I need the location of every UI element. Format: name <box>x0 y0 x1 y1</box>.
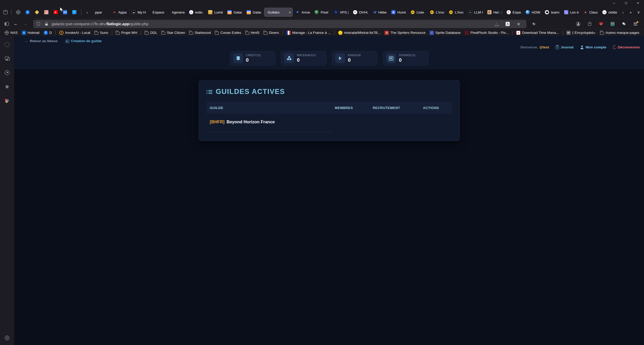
browser-tab[interactable]: Les ét <box>562 8 581 17</box>
new-tab-button[interactable]: + <box>627 8 635 16</box>
url-text[interactable]: galactic-pve-conquest-c7fe.dev.flatlogic… <box>52 22 494 26</box>
minimize-button[interactable]: – <box>608 0 620 6</box>
browser-tab[interactable]: Appar <box>110 8 129 17</box>
bookmark-item[interactable]: The Spriters Resource <box>382 31 428 35</box>
account-icon[interactable] <box>574 20 582 28</box>
gold-diamond-icon[interactable] <box>34 9 40 16</box>
url-bar[interactable]: galactic-pve-conquest-c7fe.dev.flatlogic… <box>33 20 526 28</box>
bookmark-item[interactable]: mistralai/Mixtral-8x7B... <box>336 31 382 35</box>
page-header-band: ← Retour au Nexus Création de guilde Bie… <box>14 36 644 69</box>
browser-tab[interactable]: #general | <box>168 8 187 17</box>
back-to-nexus-link[interactable]: ← Retour au Nexus <box>25 39 58 43</box>
bookmark-item[interactable]: Divers <box>262 31 281 35</box>
bookmarks-overflow-chevron-icon[interactable]: » <box>593 30 595 35</box>
tampermonkey-icon[interactable] <box>609 20 616 28</box>
browser-tab[interactable]: Pixel P <box>313 8 331 17</box>
browser-tab[interactable]: Guildes × <box>264 8 293 17</box>
other-bookmarks-folder[interactable]: Autres marque-pages <box>598 31 641 35</box>
logout-link[interactable]: Déconnexion <box>613 45 640 49</box>
bookmark-item[interactable]: Hotmail <box>20 31 42 35</box>
scroll-tabs-left-button[interactable]: ‹ <box>83 8 91 16</box>
page-area: ← Retour au Nexus Création de guilde Bie… <box>0 36 644 345</box>
browser-tab[interactable]: HOW <box>524 8 542 17</box>
forward-icon[interactable] <box>21 20 29 28</box>
chatgpt-icon[interactable] <box>3 41 11 48</box>
settings-gear-icon[interactable] <box>3 334 11 342</box>
pixel-sprite-icon[interactable] <box>43 9 50 16</box>
bookmark-item[interactable]: PixelPlush Studio - Pix... <box>463 31 511 35</box>
relay-circles-icon[interactable] <box>3 97 11 105</box>
browser-tab[interactable]: exile.f <box>187 8 206 17</box>
sidebar-toggle-icon[interactable] <box>3 20 10 28</box>
downloads-tray-icon <box>495 22 499 26</box>
browser-tab[interactable]: My Ha <box>129 8 148 17</box>
scroll-tabs-right-button[interactable]: › <box>619 8 627 16</box>
browser-tab[interactable]: Espace clie <box>149 8 167 17</box>
bookmark-item[interactable]: Projet WH <box>114 31 139 35</box>
bookmark-item[interactable]: Download Time Mana... <box>514 31 561 35</box>
browser-tab[interactable]: teams <box>543 8 562 17</box>
humble-icon <box>391 10 396 14</box>
bookmark-item[interactable]: Suno <box>92 31 110 35</box>
history-clock-icon[interactable] <box>3 69 11 76</box>
bookmark-item[interactable]: Conan Exiles <box>213 31 243 35</box>
synced-tabs-icon[interactable] <box>3 55 11 62</box>
journal-link[interactable]: Journal <box>556 45 573 49</box>
create-guild-link[interactable]: Création de guilde <box>66 39 102 43</box>
back-icon[interactable] <box>12 20 20 28</box>
browser-tab[interactable]: Espace <box>505 8 523 17</box>
resource-box: CRÉDIT(S) 0 <box>230 51 276 66</box>
browser-tab[interactable]: Galact <box>225 8 244 17</box>
bookmark-item[interactable]: Starbound <box>187 31 213 35</box>
browser-tab[interactable]: Arrow <box>294 8 312 17</box>
browser-tab[interactable]: ppar <box>91 8 110 17</box>
browser-tab[interactable]: Hel : D <box>485 8 504 17</box>
bookmark-item[interactable]: InvokeAI - Local <box>57 31 92 35</box>
reload-icon[interactable] <box>530 20 538 28</box>
browser-tab[interactable]: L'Invas <box>447 8 466 17</box>
close-tab-icon[interactable]: × <box>289 10 291 14</box>
bookmarks-star-icon[interactable] <box>3 83 11 91</box>
facebook-icon[interactable] <box>24 9 31 16</box>
bookmark-item[interactable]: D <box>42 31 54 35</box>
browser-tab[interactable]: VPS | S <box>332 8 350 17</box>
my-account-link[interactable]: Mon compte <box>580 45 607 49</box>
globe-icon[interactable] <box>15 9 22 16</box>
browser-tab[interactable]: Humili <box>389 8 408 17</box>
downloads-tray-icon[interactable] <box>494 20 502 28</box>
browser-tab[interactable]: Héber <box>370 8 389 17</box>
bookmark-item[interactable]: Star Citizen <box>159 31 187 35</box>
browser-tab[interactable]: OVHcl <box>351 8 370 17</box>
bookmark-item[interactable]: html5 <box>243 31 262 35</box>
bookmark-star-icon[interactable] <box>516 20 524 28</box>
column-header-guilde: GUILDE <box>207 102 331 114</box>
nav-buttons <box>3 20 29 28</box>
synology-dsm-icon[interactable] <box>62 9 68 16</box>
bookmark-item[interactable]: Sprite Database <box>428 31 463 35</box>
bookmark-item[interactable]: NAS <box>3 31 20 35</box>
bookmark-item[interactable]: DDL <box>143 31 159 35</box>
lock-icon[interactable] <box>44 20 52 28</box>
browser-tab[interactable]: Galact <box>245 8 263 17</box>
browser-tab[interactable]: Lumièr <box>206 8 225 17</box>
maximize-button[interactable]: □ <box>620 0 632 6</box>
browser-tab[interactable]: L'invas <box>428 8 447 17</box>
list-all-tabs-button[interactable]: ∨ <box>635 8 642 16</box>
app-menu-icon[interactable] <box>632 20 639 28</box>
ublock-origin-icon[interactable] <box>597 20 605 28</box>
browser-tab[interactable]: Liste d <box>409 8 427 17</box>
bookmark-item[interactable]: Mariage - La France à ... <box>284 31 333 35</box>
table-row[interactable]: [BHFR]Beyond Horizon France <box>207 114 452 132</box>
shield-icon[interactable] <box>36 20 44 28</box>
browser-tab[interactable]: Claude <box>581 8 600 17</box>
ghostery-icon[interactable] <box>620 20 628 28</box>
firefox-view-button[interactable] <box>2 8 9 16</box>
bookmark-item[interactable]: L'Encyclopédie Fantast... <box>564 31 593 35</box>
extensions-puzzle-icon[interactable] <box>586 20 594 28</box>
browser-tab[interactable]: LLM In <box>466 8 485 17</box>
translate-icon[interactable] <box>505 20 513 28</box>
youtube-icon[interactable] <box>52 9 59 16</box>
browser-tab[interactable]: orbite <box>600 8 619 17</box>
download-station-icon[interactable] <box>71 9 78 16</box>
close-button[interactable]: × <box>632 0 644 6</box>
